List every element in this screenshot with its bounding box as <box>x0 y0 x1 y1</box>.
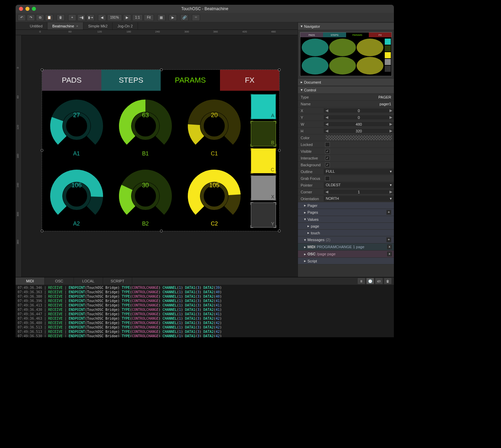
clear-log-button[interactable]: 🗑 <box>384 278 392 284</box>
tab-jog-on-2[interactable]: Jog-On 2 <box>113 22 138 29</box>
toolbar: ↶ ↷ ⧉ 📋 🗑 + ⇥▮ ▮⇥ ◀ 191% ▶ 1:1 Fit ▦ ▶ 🔗… <box>16 13 394 22</box>
zoom-in-button[interactable]: ▶ <box>123 14 131 21</box>
bank-button-b[interactable]: B <box>251 121 276 146</box>
add-button[interactable]: + <box>68 14 76 21</box>
bank-button-x[interactable]: X <box>251 175 276 200</box>
close-icon[interactable] <box>19 7 23 11</box>
pager-tab-fx[interactable]: FX <box>220 70 279 91</box>
grabfocus-checkbox[interactable] <box>325 176 330 181</box>
grid-button[interactable]: ▦ <box>157 14 165 21</box>
editor-area: Untitled Beatmachine× Simple Mk2 Jog-On … <box>16 22 298 277</box>
horizontal-ruler: 060120180240300360420480 <box>16 30 298 35</box>
app-window: TouchOSC - Beatmachine ↶ ↷ ⧉ 📋 🗑 + ⇥▮ ▮⇥… <box>16 5 394 337</box>
canvas[interactable]: 060120180240300360 PADS STEPS PARAMS FX … <box>16 35 298 277</box>
inspector-panel: ▾ Navigator PADS STEPS PARAMS FX <box>298 22 394 277</box>
pause-log-button[interactable]: ⏸ <box>357 278 365 284</box>
script-section[interactable]: ▸ Script <box>298 258 394 264</box>
log-tab-osc[interactable]: OSC <box>45 277 74 285</box>
knob-b2[interactable]: 30 B2 <box>111 161 180 231</box>
minimize-icon[interactable] <box>25 7 29 11</box>
x-stepper[interactable]: ◀0▶ <box>324 108 394 113</box>
interactive-checkbox[interactable]: ✓ <box>325 156 330 161</box>
knob-a2[interactable]: 106 A2 <box>42 161 111 231</box>
copy-button[interactable]: ⧉ <box>36 14 44 21</box>
navigator-preview[interactable]: PADS STEPS PARAMS FX <box>298 30 394 78</box>
value-touch[interactable]: ▸ touch <box>298 230 394 236</box>
maximize-icon[interactable] <box>32 7 36 11</box>
knob-a1[interactable]: 27 A1 <box>42 91 111 161</box>
close-icon[interactable]: × <box>76 24 78 28</box>
value-page[interactable]: ▸ page <box>298 223 394 230</box>
log-tab-script[interactable]: SCRIPT <box>103 277 132 285</box>
y-stepper[interactable]: ◀0▶ <box>324 115 394 120</box>
pages-section[interactable]: ▸ Pages+ <box>298 209 394 216</box>
pager-tab-pads[interactable]: PADS <box>42 70 101 91</box>
pager-section[interactable]: ▸ Pager <box>298 202 394 209</box>
bank-button-y[interactable]: Y <box>251 202 276 228</box>
background-checkbox[interactable]: ✓ <box>325 163 330 167</box>
pager-tab-params[interactable]: PARAMS <box>161 70 220 91</box>
log-output: 07:49:36.346 | RECEIVE | ENDPOINT(TouchO… <box>16 285 394 337</box>
values-section[interactable]: ▾ Values <box>298 216 394 223</box>
add-page-button[interactable]: + <box>386 210 391 215</box>
name-value[interactable]: pager1 <box>324 102 394 106</box>
knob-c2[interactable]: 105 C2 <box>180 161 249 231</box>
control-header[interactable]: ▾ Control <box>298 86 394 94</box>
h-stepper[interactable]: ◀320▶ <box>324 129 394 133</box>
document-tabs: Untitled Beatmachine× Simple Mk2 Jog-On … <box>16 22 298 30</box>
tab-simple-mk2[interactable]: Simple Mk2 <box>83 22 113 29</box>
link-button[interactable]: 🔗 <box>180 14 188 21</box>
zoom-actual-button[interactable]: 1:1 <box>132 14 143 21</box>
delete-message-button[interactable]: x <box>387 252 392 256</box>
message-osc[interactable]: ▸ OSC /page pagex <box>298 251 394 258</box>
window-title: TouchOSC - Beatmachine <box>16 6 394 11</box>
name-label: Name <box>298 102 324 106</box>
timestamp-button[interactable]: 🕓 <box>366 278 374 284</box>
delete-button[interactable]: 🗑 <box>57 14 65 21</box>
bank-button-c[interactable]: C <box>251 148 276 173</box>
knob-c1[interactable]: 20 C1 <box>180 91 249 161</box>
orientation-select[interactable]: NORTH▾ <box>324 196 394 201</box>
pointer-select[interactable]: OLDEST▾ <box>324 182 394 188</box>
log-tab-midi[interactable]: MIDI <box>16 277 45 285</box>
paste-button[interactable]: 📋 <box>45 14 53 21</box>
vertical-ruler: 060120180240300360 <box>16 35 22 277</box>
corner-stepper[interactable]: ◀1▶ <box>324 190 394 194</box>
zoom-out-button[interactable]: ◀ <box>98 14 106 21</box>
log-panel: MIDI OSC LOCAL SCRIPT ⏸ 🕓 🏷 🗑 07:49:36.3… <box>16 277 394 337</box>
messages-section[interactable]: ▾ Messages (2)+ <box>298 236 394 243</box>
visible-checkbox[interactable]: ✓ <box>325 149 330 154</box>
zoom-fit-button[interactable]: Fit <box>144 14 154 21</box>
zoom-level[interactable]: 191% <box>107 14 122 21</box>
redo-button[interactable]: ↷ <box>27 14 35 21</box>
log-tab-local[interactable]: LOCAL <box>74 277 103 285</box>
color-swatch[interactable] <box>326 135 392 140</box>
type-value: PAGER <box>324 95 394 99</box>
locked-checkbox[interactable] <box>325 142 330 147</box>
tab-untitled[interactable]: Untitled <box>25 22 47 29</box>
message-midi[interactable]: ▸ MIDI PROGRAMCHANGE 1 pagex <box>298 243 394 251</box>
tag-log-button[interactable]: 🏷 <box>375 278 383 284</box>
wifi-button[interactable]: ⌔ <box>192 14 200 21</box>
delete-message-button[interactable]: x <box>387 244 392 249</box>
undo-button[interactable]: ↶ <box>18 14 26 21</box>
titlebar: TouchOSC - Beatmachine <box>16 5 394 13</box>
pager-control[interactable]: PADS STEPS PARAMS FX 27 A1 63 B1 20 C1 1… <box>42 70 279 231</box>
tab-beatmachine[interactable]: Beatmachine× <box>47 22 83 29</box>
exit-button[interactable]: ▮⇥ <box>86 14 95 21</box>
add-message-button[interactable]: + <box>386 237 391 242</box>
enter-button[interactable]: ⇥▮ <box>77 14 85 21</box>
navigator-header[interactable]: ▾ Navigator <box>298 22 394 30</box>
knob-b1[interactable]: 63 B1 <box>111 91 180 161</box>
type-label: Type <box>298 95 324 99</box>
pager-tab-steps[interactable]: STEPS <box>101 70 161 91</box>
w-stepper[interactable]: ◀480▶ <box>324 122 394 126</box>
document-header[interactable]: ▸ Document <box>298 78 394 86</box>
bank-button-a[interactable]: A <box>251 94 276 119</box>
play-button[interactable]: ▶ <box>169 14 177 21</box>
outline-select[interactable]: FULL▾ <box>324 169 394 174</box>
